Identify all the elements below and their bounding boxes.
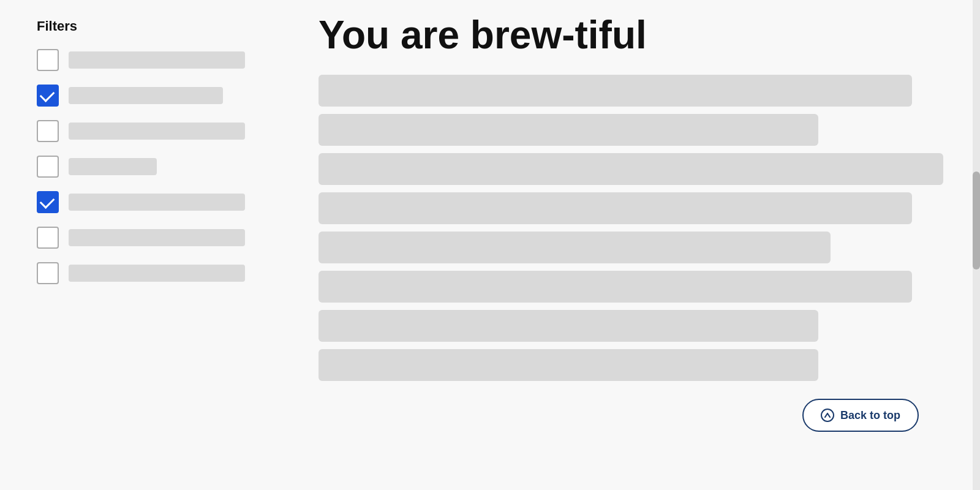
main-content: You are brew-tiful Back to top bbox=[294, 0, 980, 490]
filter-item bbox=[37, 262, 257, 284]
sidebar: Filters bbox=[0, 0, 294, 490]
filters-title: Filters bbox=[37, 18, 257, 34]
scrollbar[interactable] bbox=[973, 0, 980, 490]
filter-bar-6 bbox=[69, 265, 245, 282]
content-bar-0 bbox=[318, 75, 912, 107]
filter-item bbox=[37, 85, 257, 107]
filter-bar-3 bbox=[69, 158, 157, 175]
content-bar-1 bbox=[318, 114, 818, 146]
filter-bar-4 bbox=[69, 194, 245, 211]
filter-bar-2 bbox=[69, 123, 245, 140]
page-title: You are brew-tiful bbox=[318, 12, 943, 58]
content-bar-3 bbox=[318, 192, 912, 224]
filter-checkbox-6[interactable] bbox=[37, 262, 59, 284]
content-bar-5 bbox=[318, 271, 912, 303]
filter-checkbox-3[interactable] bbox=[37, 156, 59, 178]
back-to-top-icon bbox=[821, 409, 834, 422]
content-bar-4 bbox=[318, 232, 831, 263]
content-bar-2 bbox=[318, 153, 943, 185]
filter-bar-1 bbox=[69, 87, 223, 104]
filter-list bbox=[37, 49, 257, 284]
filter-bar-5 bbox=[69, 229, 245, 246]
filter-checkbox-0[interactable] bbox=[37, 49, 59, 71]
filter-checkbox-5[interactable] bbox=[37, 227, 59, 249]
filter-item bbox=[37, 120, 257, 142]
scrollbar-thumb[interactable] bbox=[973, 172, 980, 270]
filter-bar-0 bbox=[69, 51, 245, 69]
content-bars bbox=[318, 75, 943, 381]
svg-point-0 bbox=[821, 409, 834, 421]
filter-checkbox-4[interactable] bbox=[37, 191, 59, 213]
filter-checkbox-2[interactable] bbox=[37, 120, 59, 142]
content-bar-6 bbox=[318, 310, 818, 342]
filter-checkbox-1[interactable] bbox=[37, 85, 59, 107]
content-bar-7 bbox=[318, 349, 818, 381]
filter-item bbox=[37, 191, 257, 213]
back-to-top-label: Back to top bbox=[840, 409, 900, 422]
back-to-top-button[interactable]: Back to top bbox=[802, 399, 919, 432]
filter-item bbox=[37, 49, 257, 71]
filter-item bbox=[37, 156, 257, 178]
filter-item bbox=[37, 227, 257, 249]
